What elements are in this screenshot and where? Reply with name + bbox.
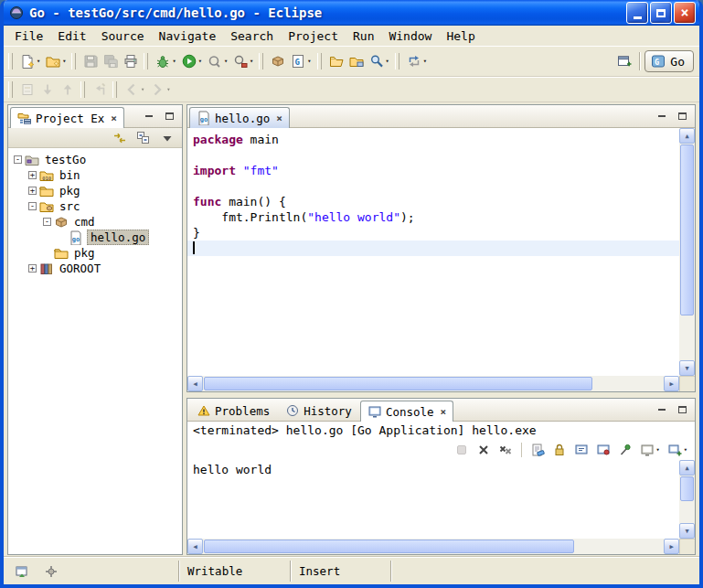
maximize-console-button[interactable]	[674, 402, 690, 416]
tree-item-hello-go[interactable]: gohello.go	[8, 230, 182, 245]
editor-horizontal-scrollbar[interactable]: ◀▶	[187, 376, 679, 391]
project-tree[interactable]: -testGo+010bin+pkg-src-cmdgohello.gopkg+…	[8, 148, 182, 554]
go-perspective-button[interactable]: G Go	[644, 50, 694, 72]
open-perspective-button[interactable]	[615, 50, 634, 72]
open-plugin-button[interactable]	[327, 50, 346, 72]
close-editor-icon[interactable]: ×	[276, 112, 282, 124]
new-go-element-dropdown-icon[interactable]: ▾	[307, 58, 311, 65]
fast-view-button[interactable]	[13, 561, 31, 583]
new-folder-button[interactable]: ▾	[44, 50, 68, 72]
external-tools-dropdown-icon[interactable]: ▾	[250, 58, 253, 65]
view-menu-button[interactable]	[158, 127, 176, 149]
prev-annotation-button[interactable]	[59, 80, 77, 99]
code-line[interactable]: }	[187, 225, 679, 241]
maximize-editor-button[interactable]	[674, 109, 690, 123]
collapse-icon[interactable]: -	[43, 218, 51, 226]
menu-file[interactable]: File	[7, 27, 50, 45]
tree-item-pkg[interactable]: pkg	[8, 245, 182, 261]
tab-project-explorer[interactable]: Project Ex ×	[10, 107, 124, 128]
new-go-element-button[interactable]: G▾	[289, 50, 313, 72]
editor-vertical-scrollbar[interactable]: ▲▼	[679, 128, 695, 376]
menu-project[interactable]: Project	[281, 27, 346, 45]
new-folder-dropdown-icon[interactable]: ▾	[62, 58, 66, 65]
tree-item-testgo[interactable]: -testGo	[8, 152, 182, 167]
link-editor-button[interactable]	[111, 127, 129, 149]
maximize-button[interactable]	[650, 2, 672, 24]
console-output[interactable]: hello world	[187, 460, 679, 539]
console-horizontal-scrollbar[interactable]: ◀▶	[187, 539, 679, 554]
code-line[interactable]: fmt.Println("hello world");	[187, 209, 679, 225]
code-line[interactable]	[187, 178, 679, 194]
remove-all-launches-button[interactable]	[496, 439, 515, 461]
scrollbar-thumb[interactable]	[680, 476, 694, 501]
scrollbar-track[interactable]	[679, 144, 695, 360]
tree-item-src[interactable]: -src	[8, 198, 182, 214]
workspace-launcher-button[interactable]	[42, 561, 60, 583]
next-annotation-button[interactable]	[38, 80, 57, 99]
back-dropdown-icon[interactable]: ▾	[141, 86, 144, 93]
print-button[interactable]	[122, 50, 140, 72]
open-console-dropdown-icon[interactable]: ▾	[684, 446, 687, 454]
scroll-up-icon[interactable]: ▲	[679, 460, 695, 476]
expand-icon[interactable]: +	[28, 171, 37, 179]
back-button[interactable]: ▾	[122, 80, 146, 99]
tab-problems[interactable]: Problems	[189, 400, 277, 421]
scrollbar-thumb[interactable]	[680, 144, 694, 315]
run-tool-button[interactable]: ▾	[206, 50, 229, 72]
close-button[interactable]: ×	[674, 2, 696, 24]
scrollbar-thumb[interactable]	[204, 377, 592, 390]
tree-item-pkg[interactable]: +pkg	[8, 183, 182, 198]
tree-item-goroot[interactable]: +GOROOT	[8, 261, 182, 276]
terminate-button[interactable]	[453, 439, 471, 461]
menu-run[interactable]: Run	[346, 27, 381, 45]
last-edit-button[interactable]	[91, 80, 109, 99]
tree-item-bin[interactable]: +010bin	[8, 167, 182, 183]
code-line[interactable]: import "fmt"	[187, 163, 679, 178]
pin-console-button[interactable]	[616, 439, 634, 461]
minimize-view-button[interactable]	[141, 109, 157, 123]
menu-navigate[interactable]: Navigate	[152, 27, 224, 45]
new-wizard-button[interactable]: ▾	[18, 50, 42, 72]
menu-source[interactable]: Source	[94, 27, 152, 45]
external-tools-button[interactable]: ▾	[231, 50, 255, 72]
tab-hello-go[interactable]: go hello.go ×	[189, 107, 290, 128]
tab-history[interactable]: History	[278, 400, 359, 421]
debug-button[interactable]: ▾	[154, 50, 177, 72]
remove-launch-button[interactable]	[474, 439, 493, 461]
menu-search[interactable]: Search	[223, 27, 281, 45]
close-tab-icon[interactable]: ×	[441, 406, 447, 418]
run-tool-dropdown-icon[interactable]: ▾	[224, 58, 228, 65]
minimize-editor-button[interactable]	[654, 109, 670, 123]
display-console-dropdown-icon[interactable]: ▾	[656, 446, 660, 454]
scroll-left-icon[interactable]: ◀	[187, 376, 203, 391]
new-wizard-dropdown-icon[interactable]: ▾	[37, 58, 40, 65]
scroll-down-icon[interactable]: ▼	[679, 360, 695, 376]
code-line[interactable]: package main	[187, 132, 679, 147]
team-sync-button[interactable]: ▾	[405, 50, 429, 72]
search-dropdown-icon[interactable]: ▾	[386, 58, 389, 65]
collapse-all-button[interactable]	[134, 127, 153, 149]
scroll-lock-button[interactable]	[550, 439, 569, 461]
console-vertical-scrollbar[interactable]: ▲▼	[679, 460, 695, 539]
run-button[interactable]: ▾	[180, 50, 204, 72]
scroll-up-icon[interactable]: ▲	[679, 128, 695, 144]
forward-dropdown-icon[interactable]: ▾	[166, 86, 170, 93]
scrollbar-thumb[interactable]	[204, 540, 574, 553]
tree-item-cmd[interactable]: -cmd	[8, 214, 182, 230]
save-all-button[interactable]	[101, 50, 120, 72]
search-button[interactable]: ▾	[367, 50, 391, 72]
minimize-console-button[interactable]	[654, 402, 670, 416]
collapse-icon[interactable]: -	[28, 202, 37, 210]
menu-help[interactable]: Help	[439, 27, 482, 45]
menu-window[interactable]: Window	[381, 27, 439, 45]
open-folder-button[interactable]	[347, 50, 366, 72]
scroll-right-icon[interactable]: ▶	[664, 376, 679, 391]
code-line[interactable]	[187, 147, 679, 163]
close-tab-icon[interactable]: ×	[111, 112, 117, 124]
show-stderr-button[interactable]	[594, 439, 612, 461]
collapse-icon[interactable]: -	[14, 155, 22, 164]
run-dropdown-icon[interactable]: ▾	[198, 58, 202, 65]
display-console-button[interactable]: ▾	[638, 439, 662, 461]
menu-edit[interactable]: Edit	[50, 27, 93, 45]
scroll-right-icon[interactable]: ▶	[664, 539, 679, 554]
